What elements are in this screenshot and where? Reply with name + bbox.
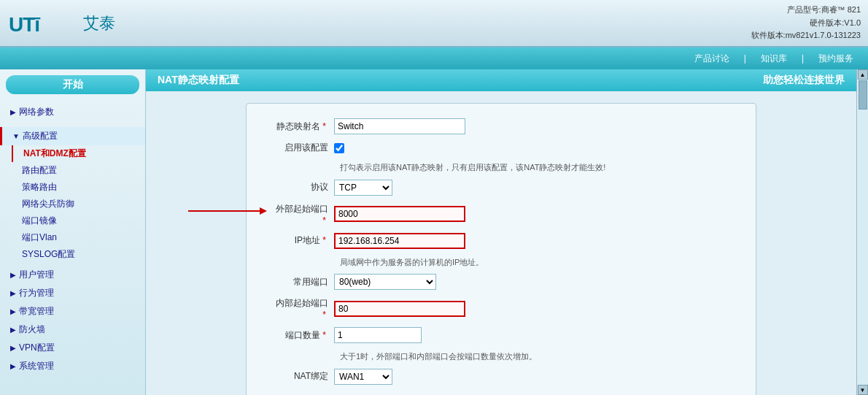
select-nat-bind[interactable]: WAN1 WAN2	[334, 369, 392, 385]
sidebar-item-label: 网络参数	[19, 106, 54, 118]
label-port-count: 端口数量 *	[268, 329, 334, 342]
nav-product-discussion[interactable]: 产品讨论	[694, 53, 729, 65]
sidebar-section-network: ▶ 网络参数	[0, 100, 145, 124]
arrow-icon-advanced: ▼	[12, 132, 20, 140]
input-ip-address[interactable]	[334, 233, 465, 249]
scrollbar-down-button[interactable]: ▼	[858, 385, 868, 395]
sidebar-system-label: 系统管理	[19, 360, 54, 372]
form-row-port-count: 端口数量 *	[268, 327, 734, 343]
content-title: NAT静态映射配置	[158, 74, 239, 87]
label-ip-address: IP地址 *	[268, 234, 334, 247]
form-row-nat-bind: NAT绑定 WAN1 WAN2	[268, 369, 734, 385]
nat-config-form: 静态映射名 * 启用该配置 打勾表示启用该NAT静态映射，只有启用该配置，该NA…	[246, 103, 756, 395]
nav-service[interactable]: 预约服务	[818, 53, 853, 65]
sidebar-item-network-params[interactable]: ▶ 网络参数	[0, 103, 145, 121]
sidebar-item-user-mgmt[interactable]: ▶ 用户管理	[0, 266, 145, 284]
arrow-icon-vpn: ▶	[10, 344, 16, 352]
main-layout: 开始 ▶ 网络参数 ▼ 高级配置 NAT和DMZ配置 路由配置 策略路由 网络尖…	[0, 69, 868, 395]
sidebar-item-routing[interactable]: 路由配置	[12, 162, 145, 179]
label-int-port: 内部起始端口 *	[268, 297, 334, 320]
sidebar-item-system-mgmt[interactable]: ▶ 系统管理	[0, 357, 145, 375]
logo: UTī 艾泰	[7, 7, 115, 39]
select-protocol[interactable]: TCP UDP ALL	[334, 180, 392, 196]
navbar: 产品讨论 | 知识库 | 预约服务	[0, 47, 868, 69]
input-ext-start-port[interactable]	[334, 206, 465, 222]
nav-knowledge-base[interactable]: 知识库	[761, 53, 787, 65]
hint-port-count: 大于1时，外部端口和内部端口会按端口数量依次增加。	[340, 350, 734, 363]
form-row-ip: IP地址 *	[268, 233, 734, 249]
scrollbar-track	[857, 80, 868, 385]
arrow-indicator	[181, 203, 268, 219]
form-row-enable: 启用该配置	[268, 142, 734, 154]
nav-separator2: |	[802, 53, 804, 64]
label-static-map-name: 静态映射名 *	[268, 120, 334, 133]
input-int-start-port[interactable]	[334, 301, 465, 317]
required-mark-int: *	[322, 310, 326, 320]
scrollbar-thumb[interactable]	[859, 80, 867, 110]
sidebar-item-policy-routing[interactable]: 策略路由	[12, 179, 145, 196]
sidebar-user-label: 用户管理	[19, 269, 54, 281]
form-row-protocol: 协议 TCP UDP ALL	[268, 180, 734, 196]
sidebar-item-firewall[interactable]: ▶ 防火墙	[0, 321, 145, 339]
sidebar-sub-menu: NAT和DMZ配置 路由配置 策略路由 网络尖兵防御 端口镜像 端口Vlan S…	[0, 145, 145, 263]
sidebar-item-behavior-mgmt[interactable]: ▶ 行为管理	[0, 284, 145, 302]
arrow-icon-network: ▶	[10, 108, 16, 116]
sidebar-advanced-label: 高级配置	[23, 130, 58, 142]
checkbox-enable-config[interactable]	[334, 143, 344, 153]
product-model: 产品型号:商睿™ 821	[751, 4, 861, 17]
sidebar-item-port-mirror[interactable]: 端口镜像	[12, 212, 145, 229]
red-arrow-icon	[181, 203, 268, 219]
sidebar-vpn-label: VPN配置	[19, 342, 55, 354]
arrow-icon-system: ▶	[10, 362, 16, 370]
sidebar-item-bandwidth-mgmt[interactable]: ▶ 带宽管理	[0, 302, 145, 321]
sidebar-item-vpn[interactable]: ▶ VPN配置	[0, 339, 145, 357]
sidebar-advanced-header[interactable]: ▼ 高级配置	[0, 127, 145, 145]
required-mark-name: *	[322, 121, 326, 131]
arrow-icon-user: ▶	[10, 271, 16, 279]
arrow-icon-behavior: ▶	[10, 289, 16, 297]
content-header: NAT静态映射配置 助您轻松连接世界	[146, 69, 856, 91]
nav-separator: |	[744, 53, 746, 64]
scrollbar-up-button[interactable]: ▲	[858, 69, 868, 80]
sidebar-start-button[interactable]: 开始	[6, 75, 139, 94]
sidebar-firewall-label: 防火墙	[19, 323, 45, 336]
sidebar-behavior-label: 行为管理	[19, 287, 54, 299]
sidebar-bandwidth-label: 带宽管理	[19, 305, 54, 318]
required-mark-count: *	[322, 330, 326, 340]
hint-ip: 局域网中作为服务器的计算机的IP地址。	[340, 256, 734, 269]
label-enable-config: 启用该配置	[268, 142, 334, 154]
label-protocol: 协议	[268, 181, 334, 193]
sidebar-section-advanced: ▼ 高级配置 NAT和DMZ配置 路由配置 策略路由 网络尖兵防御 端口镜像 端…	[0, 124, 145, 266]
label-nat-bind: NAT绑定	[268, 370, 334, 383]
select-common-port[interactable]: 80(web) 21(FTP) 25(SMTP) 110(POP3) 443(H…	[334, 274, 436, 290]
form-row-ext-port: 外部起始端口 *	[268, 203, 734, 226]
form-row-name: 静态映射名 *	[268, 118, 734, 134]
label-ext-port: 外部起始端口 *	[268, 203, 334, 226]
logo-cn-text: 艾泰	[83, 12, 115, 34]
input-static-map-name[interactable]	[334, 118, 465, 134]
required-mark-ext: *	[322, 215, 326, 226]
scrollbar: ▲ ▼	[856, 69, 868, 395]
input-port-count[interactable]	[334, 327, 422, 343]
arrow-icon-firewall: ▶	[10, 326, 16, 334]
hint-enable: 打勾表示启用该NAT静态映射，只有启用该配置，该NAT静态映射才能生效!	[340, 161, 734, 174]
hardware-version: 硬件版本:V1.0	[751, 17, 861, 30]
form-row-int-port: 内部起始端口 *	[268, 297, 734, 320]
sidebar-item-syslog[interactable]: SYSLOG配置	[12, 246, 145, 263]
header-info: 产品型号:商睿™ 821 硬件版本:V1.0 软件版本:mv821v1.7.0-…	[751, 4, 861, 42]
content-area: NAT静态映射配置 助您轻松连接世界 静态映射名 * 启用该配置 打勾	[146, 69, 856, 395]
sidebar-item-nat-dmz[interactable]: NAT和DMZ配置	[12, 145, 145, 162]
content-body: 静态映射名 * 启用该配置 打勾表示启用该NAT静态映射，只有启用该配置，该NA…	[146, 91, 856, 395]
software-version: 软件版本:mv821v1.7.0-131223	[751, 29, 861, 42]
content-subtitle: 助您轻松连接世界	[763, 74, 845, 87]
sidebar: 开始 ▶ 网络参数 ▼ 高级配置 NAT和DMZ配置 路由配置 策略路由 网络尖…	[0, 69, 146, 395]
sidebar-item-ids[interactable]: 网络尖兵防御	[12, 196, 145, 212]
label-common-port: 常用端口	[268, 276, 334, 288]
required-mark-ip: *	[322, 235, 326, 245]
sidebar-item-port-vlan[interactable]: 端口Vlan	[12, 229, 145, 246]
svg-marker-2	[260, 207, 267, 215]
svg-text:UTī: UTī	[9, 13, 41, 36]
arrow-icon-bandwidth: ▶	[10, 307, 16, 315]
logo-icon: UTī	[7, 7, 80, 39]
header: UTī 艾泰 产品型号:商睿™ 821 硬件版本:V1.0 软件版本:mv821…	[0, 0, 868, 47]
